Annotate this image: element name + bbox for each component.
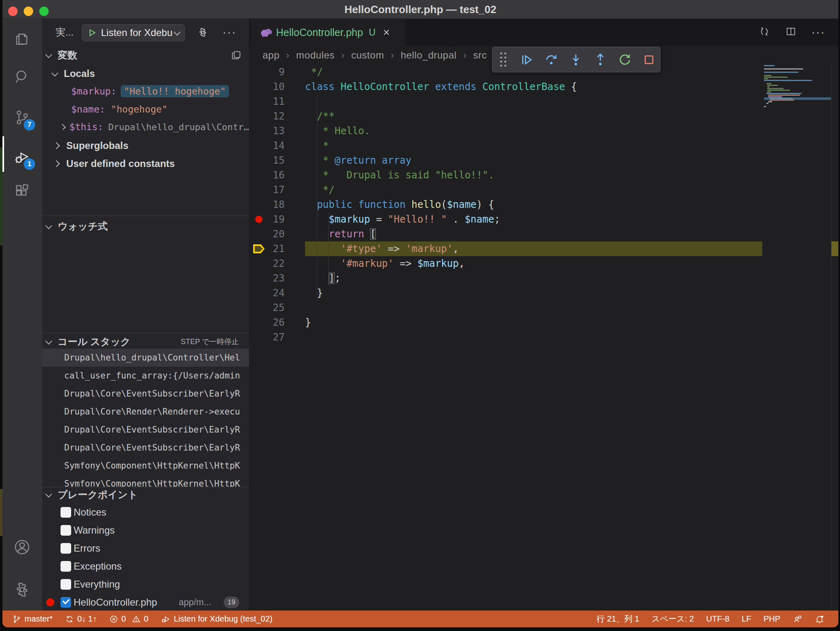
step-over-button[interactable] (544, 52, 559, 68)
breakpoint-option-row[interactable]: Errors (42, 539, 249, 557)
gutter-glyph-margin[interactable] (249, 138, 268, 153)
breakpoints-section-header[interactable]: ブレークポイント (42, 488, 249, 502)
gutter-glyph-margin[interactable] (249, 286, 268, 300)
code-line-24[interactable]: 24 } (249, 286, 762, 300)
code-line-20[interactable]: 20 return [ (249, 227, 762, 241)
breakpoint-checkbox-unchecked[interactable] (61, 507, 71, 518)
continue-button[interactable] (519, 52, 534, 68)
code-line-10[interactable]: 10class HelloController extends Controll… (249, 79, 762, 94)
problems-status[interactable]: 0 0 (109, 614, 148, 624)
code-line-15[interactable]: 15 * @return array (249, 153, 762, 168)
cursor-position-status[interactable]: 行 21、列 1 (597, 613, 639, 624)
gutter-glyph-margin[interactable] (249, 315, 268, 330)
breadcrumb-item[interactable]: app (263, 50, 280, 61)
gutter-glyph-margin[interactable] (249, 168, 268, 183)
call-stack-frame[interactable]: Symfony\Component\HttpKernel\HttpK (42, 457, 249, 475)
tab-hellocontroller[interactable]: HelloController.php U (251, 19, 405, 46)
close-tab-icon[interactable] (382, 28, 391, 37)
call-stack-frame[interactable]: Symfony\Component\HttpKernel\HttpK (42, 475, 249, 487)
call-stack-frame[interactable]: Drupal\Core\Render\Renderer->execu (42, 403, 249, 421)
explorer-icon[interactable] (11, 27, 34, 50)
call-stack-frame[interactable]: call_user_func_array:{/Users/admin (42, 367, 249, 385)
open-changes-icon[interactable] (758, 25, 770, 39)
breadcrumb-item[interactable]: src (473, 50, 487, 61)
breakpoint-checkbox-unchecked[interactable] (61, 525, 71, 536)
gutter-glyph-margin[interactable] (249, 153, 268, 168)
minimap[interactable] (764, 64, 831, 269)
code-line-18[interactable]: 18 public function hello($name) { (249, 197, 762, 212)
code-line-19[interactable]: 19 $markup = "Hello!! " . $name; (249, 212, 762, 227)
settings-gear-icon[interactable] (11, 578, 34, 601)
code-line-11[interactable]: 11 (249, 94, 762, 109)
code-line-25[interactable]: 25 (249, 300, 762, 315)
variable-row-this[interactable]: $this: Drupal\hello_drupal\Contr… (42, 119, 249, 134)
code-editor[interactable]: 9 */10class HelloController extends Cont… (249, 65, 838, 611)
encoding-status[interactable]: UTF-8 (706, 614, 730, 624)
variables-section-header[interactable]: 変数 (42, 48, 249, 62)
debug-session-status[interactable]: Listen for Xdebug (test_02) (161, 614, 272, 624)
notifications-bell-icon[interactable] (815, 614, 824, 624)
debug-configuration-dropdown[interactable]: Listen for Xdebu (82, 24, 185, 41)
user-constants-group-row[interactable]: User defined constants (42, 156, 249, 171)
file-breakpoint-row[interactable]: HelloController.php app/m... 19 (42, 593, 249, 611)
code-line-27[interactable]: 27 (249, 330, 762, 345)
gutter-glyph-margin[interactable] (249, 197, 268, 212)
overview-ruler[interactable] (831, 64, 838, 610)
gutter-glyph-margin[interactable] (249, 256, 268, 271)
extensions-icon[interactable] (11, 180, 34, 203)
gutter-glyph-margin[interactable] (249, 94, 268, 109)
gutter-glyph-margin[interactable] (249, 79, 268, 94)
run-and-debug-icon[interactable]: 1 (11, 145, 34, 168)
code-line-23[interactable]: 23 ]; (249, 271, 762, 286)
breakpoint-option-row[interactable]: Notices (42, 503, 249, 521)
call-stack-section-header[interactable]: コール スタック STEP で一時停止 (42, 335, 249, 349)
code-line-26[interactable]: 26} (249, 315, 762, 330)
breakpoint-checkbox-checked[interactable] (61, 597, 71, 608)
variable-row-name[interactable]: $name: "hogehoge" (42, 102, 249, 117)
language-mode-status[interactable]: PHP (764, 614, 780, 624)
locals-group-row[interactable]: Locals (42, 66, 249, 81)
eol-status[interactable]: LF (742, 614, 751, 624)
gutter-glyph-margin[interactable] (249, 109, 268, 124)
call-stack-frame[interactable]: Drupal\Core\EventSubscriber\EarlyR (42, 439, 249, 457)
code-line-21[interactable]: 21 '#type' => 'markup', (249, 241, 762, 256)
breakpoint-checkbox-unchecked[interactable] (61, 579, 71, 590)
gutter-glyph-margin[interactable] (249, 271, 268, 286)
breakpoint-option-row[interactable]: Warnings (42, 521, 249, 539)
title-bar[interactable]: HelloController.php — test_02 (2, 0, 838, 19)
call-stack-frame[interactable]: Drupal\hello_drupal\Controller\Hel (42, 349, 249, 367)
breadcrumb-item[interactable]: hello_drupal (401, 50, 457, 61)
start-debug-icon[interactable] (87, 28, 97, 38)
gutter-glyph-margin[interactable] (249, 183, 268, 197)
debug-settings-gear-icon[interactable] (197, 19, 209, 46)
gutter-glyph-margin[interactable] (249, 124, 268, 138)
call-stack-frame[interactable]: Drupal\Core\EventSubscriber\EarlyR (42, 385, 249, 403)
gutter-glyph-margin[interactable] (249, 65, 268, 79)
panel-layout-icon[interactable] (231, 46, 242, 65)
code-line-14[interactable]: 14 * (249, 138, 762, 153)
gutter-glyph-margin[interactable] (249, 330, 268, 345)
superglobals-group-row[interactable]: Superglobals (42, 138, 249, 153)
gutter-glyph-margin[interactable] (249, 227, 268, 241)
more-actions-icon[interactable]: ··· (811, 26, 825, 39)
feedback-icon[interactable] (793, 614, 802, 624)
source-control-icon[interactable]: 7 (11, 106, 34, 129)
search-icon[interactable] (11, 65, 34, 88)
code-line-22[interactable]: 22 '#markup' => $markup, (249, 256, 762, 271)
call-stack-frame[interactable]: Drupal\Core\EventSubscriber\EarlyR (42, 421, 249, 439)
account-icon[interactable] (11, 536, 34, 559)
gutter-glyph-margin[interactable] (249, 212, 268, 227)
code-line-13[interactable]: 13 * Hello. (249, 124, 762, 138)
gutter-glyph-margin[interactable] (249, 241, 268, 256)
toolbar-drag-grip[interactable] (496, 52, 510, 68)
indentation-status[interactable]: スペース: 2 (651, 613, 694, 624)
gutter-glyph-margin[interactable] (249, 300, 268, 315)
code-line-17[interactable]: 17 */ (249, 183, 762, 197)
breakpoint-checkbox-unchecked[interactable] (61, 543, 71, 554)
breakpoint-option-row[interactable]: Everything (42, 575, 249, 593)
variable-row-markup[interactable]: $markup: "Hello!! hogehoge" (42, 84, 249, 99)
code-line-12[interactable]: 12 /** (249, 109, 762, 124)
breakpoint-option-row[interactable]: Exceptions (42, 557, 249, 575)
watch-section-header[interactable]: ウォッチ式 (42, 219, 249, 233)
breadcrumb-item[interactable]: custom (351, 50, 384, 61)
